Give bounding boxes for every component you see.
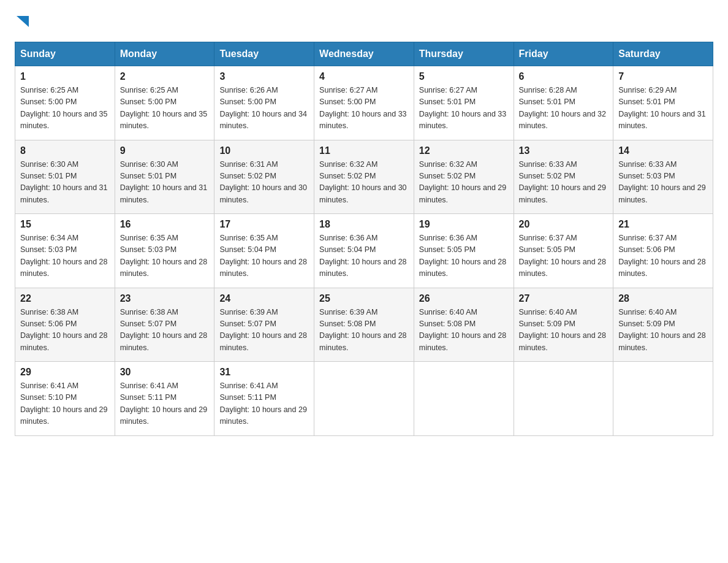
day-info: Sunrise: 6:30 AMSunset: 5:01 PMDaylight:… <box>20 159 110 207</box>
day-number: 17 <box>219 219 309 230</box>
day-number: 26 <box>419 293 509 304</box>
day-info: Sunrise: 6:40 AMSunset: 5:09 PMDaylight:… <box>519 307 609 354</box>
calendar-cell: 15Sunrise: 6:34 AMSunset: 5:03 PMDayligh… <box>15 214 115 288</box>
day-info: Sunrise: 6:32 AMSunset: 5:02 PMDaylight:… <box>419 159 509 207</box>
day-number: 14 <box>618 145 708 156</box>
calendar-cell: 11Sunrise: 6:32 AMSunset: 5:02 PMDayligh… <box>314 140 414 214</box>
col-monday: Monday <box>115 42 214 66</box>
calendar-cell: 8Sunrise: 6:30 AMSunset: 5:01 PMDaylight… <box>15 140 115 214</box>
day-info: Sunrise: 6:39 AMSunset: 5:07 PMDaylight:… <box>219 307 309 354</box>
day-info: Sunrise: 6:30 AMSunset: 5:01 PMDaylight:… <box>120 159 210 207</box>
day-info: Sunrise: 6:41 AMSunset: 5:11 PMDaylight:… <box>219 380 309 428</box>
day-info: Sunrise: 6:41 AMSunset: 5:11 PMDaylight:… <box>120 380 210 428</box>
calendar-cell: 16Sunrise: 6:35 AMSunset: 5:03 PMDayligh… <box>115 214 214 288</box>
day-number: 1 <box>20 71 110 82</box>
calendar-cell: 25Sunrise: 6:39 AMSunset: 5:08 PMDayligh… <box>314 288 414 362</box>
day-info: Sunrise: 6:38 AMSunset: 5:07 PMDaylight:… <box>120 307 210 354</box>
day-info: Sunrise: 6:34 AMSunset: 5:03 PMDaylight:… <box>20 232 110 280</box>
day-info: Sunrise: 6:32 AMSunset: 5:02 PMDaylight:… <box>319 159 409 207</box>
calendar-cell: 10Sunrise: 6:31 AMSunset: 5:02 PMDayligh… <box>214 140 314 214</box>
col-saturday: Saturday <box>613 42 713 66</box>
day-number: 2 <box>120 71 210 82</box>
day-number: 16 <box>120 219 210 230</box>
calendar-week-1: 1Sunrise: 6:25 AMSunset: 5:00 PMDaylight… <box>15 66 713 140</box>
day-info: Sunrise: 6:27 AMSunset: 5:01 PMDaylight:… <box>419 85 509 132</box>
day-info: Sunrise: 6:31 AMSunset: 5:02 PMDaylight:… <box>219 159 309 207</box>
calendar-cell: 20Sunrise: 6:37 AMSunset: 5:05 PMDayligh… <box>514 214 613 288</box>
calendar-cell <box>613 362 713 436</box>
day-number: 7 <box>618 71 708 82</box>
day-info: Sunrise: 6:40 AMSunset: 5:08 PMDaylight:… <box>419 307 509 354</box>
calendar-week-2: 8Sunrise: 6:30 AMSunset: 5:01 PMDaylight… <box>15 140 713 214</box>
day-number: 4 <box>319 71 409 82</box>
day-number: 19 <box>419 219 509 230</box>
day-info: Sunrise: 6:33 AMSunset: 5:03 PMDaylight:… <box>618 159 708 207</box>
calendar-cell: 18Sunrise: 6:36 AMSunset: 5:04 PMDayligh… <box>314 214 414 288</box>
day-number: 9 <box>120 145 210 156</box>
page-header <box>15 15 713 29</box>
day-number: 15 <box>20 219 110 230</box>
day-number: 6 <box>519 71 609 82</box>
col-tuesday: Tuesday <box>214 42 314 66</box>
day-info: Sunrise: 6:37 AMSunset: 5:06 PMDaylight:… <box>618 232 708 280</box>
day-info: Sunrise: 6:41 AMSunset: 5:10 PMDaylight:… <box>20 380 110 428</box>
calendar-cell: 9Sunrise: 6:30 AMSunset: 5:01 PMDaylight… <box>115 140 214 214</box>
calendar-cell: 21Sunrise: 6:37 AMSunset: 5:06 PMDayligh… <box>613 214 713 288</box>
calendar-cell: 19Sunrise: 6:36 AMSunset: 5:05 PMDayligh… <box>414 214 514 288</box>
day-number: 21 <box>618 219 708 230</box>
day-number: 30 <box>120 367 210 378</box>
col-wednesday: Wednesday <box>314 42 414 66</box>
day-info: Sunrise: 6:25 AMSunset: 5:00 PMDaylight:… <box>120 85 210 132</box>
day-number: 22 <box>20 293 110 304</box>
day-info: Sunrise: 6:35 AMSunset: 5:03 PMDaylight:… <box>120 232 210 280</box>
logo <box>15 15 30 29</box>
calendar-cell: 26Sunrise: 6:40 AMSunset: 5:08 PMDayligh… <box>414 288 514 362</box>
calendar-cell: 29Sunrise: 6:41 AMSunset: 5:10 PMDayligh… <box>15 362 115 436</box>
day-info: Sunrise: 6:26 AMSunset: 5:00 PMDaylight:… <box>219 85 309 132</box>
calendar-cell: 14Sunrise: 6:33 AMSunset: 5:03 PMDayligh… <box>613 140 713 214</box>
day-number: 27 <box>519 293 609 304</box>
day-number: 5 <box>419 71 509 82</box>
day-info: Sunrise: 6:33 AMSunset: 5:02 PMDaylight:… <box>519 159 609 207</box>
day-number: 31 <box>219 367 309 378</box>
calendar-cell: 27Sunrise: 6:40 AMSunset: 5:09 PMDayligh… <box>514 288 613 362</box>
day-info: Sunrise: 6:40 AMSunset: 5:09 PMDaylight:… <box>618 307 708 354</box>
day-info: Sunrise: 6:36 AMSunset: 5:05 PMDaylight:… <box>419 232 509 280</box>
calendar-cell: 3Sunrise: 6:26 AMSunset: 5:00 PMDaylight… <box>214 66 314 140</box>
day-number: 28 <box>618 293 708 304</box>
col-friday: Friday <box>514 42 613 66</box>
header-row: Sunday Monday Tuesday Wednesday Thursday… <box>15 42 713 66</box>
day-number: 3 <box>219 71 309 82</box>
day-info: Sunrise: 6:27 AMSunset: 5:00 PMDaylight:… <box>319 85 409 132</box>
calendar-cell: 5Sunrise: 6:27 AMSunset: 5:01 PMDaylight… <box>414 66 514 140</box>
svg-marker-0 <box>17 16 29 27</box>
calendar-week-4: 22Sunrise: 6:38 AMSunset: 5:06 PMDayligh… <box>15 288 713 362</box>
calendar-cell: 31Sunrise: 6:41 AMSunset: 5:11 PMDayligh… <box>214 362 314 436</box>
day-info: Sunrise: 6:37 AMSunset: 5:05 PMDaylight:… <box>519 232 609 280</box>
calendar-cell: 23Sunrise: 6:38 AMSunset: 5:07 PMDayligh… <box>115 288 214 362</box>
day-info: Sunrise: 6:39 AMSunset: 5:08 PMDaylight:… <box>319 307 409 354</box>
day-number: 13 <box>519 145 609 156</box>
calendar-cell <box>414 362 514 436</box>
day-info: Sunrise: 6:38 AMSunset: 5:06 PMDaylight:… <box>20 307 110 354</box>
col-thursday: Thursday <box>414 42 514 66</box>
calendar-cell: 22Sunrise: 6:38 AMSunset: 5:06 PMDayligh… <box>15 288 115 362</box>
calendar-cell: 2Sunrise: 6:25 AMSunset: 5:00 PMDaylight… <box>115 66 214 140</box>
calendar-body: 1Sunrise: 6:25 AMSunset: 5:00 PMDaylight… <box>15 66 713 436</box>
day-info: Sunrise: 6:28 AMSunset: 5:01 PMDaylight:… <box>519 85 609 132</box>
calendar-cell <box>314 362 414 436</box>
day-number: 11 <box>319 145 409 156</box>
calendar-cell: 12Sunrise: 6:32 AMSunset: 5:02 PMDayligh… <box>414 140 514 214</box>
calendar-table: Sunday Monday Tuesday Wednesday Thursday… <box>15 42 713 436</box>
day-number: 20 <box>519 219 609 230</box>
day-number: 24 <box>219 293 309 304</box>
logo-icon <box>15 15 29 29</box>
day-number: 8 <box>20 145 110 156</box>
day-number: 18 <box>319 219 409 230</box>
day-info: Sunrise: 6:36 AMSunset: 5:04 PMDaylight:… <box>319 232 409 280</box>
logo-triangle-icon <box>17 16 29 27</box>
calendar-cell: 6Sunrise: 6:28 AMSunset: 5:01 PMDaylight… <box>514 66 613 140</box>
calendar-week-3: 15Sunrise: 6:34 AMSunset: 5:03 PMDayligh… <box>15 214 713 288</box>
col-sunday: Sunday <box>15 42 115 66</box>
calendar-cell: 7Sunrise: 6:29 AMSunset: 5:01 PMDaylight… <box>613 66 713 140</box>
